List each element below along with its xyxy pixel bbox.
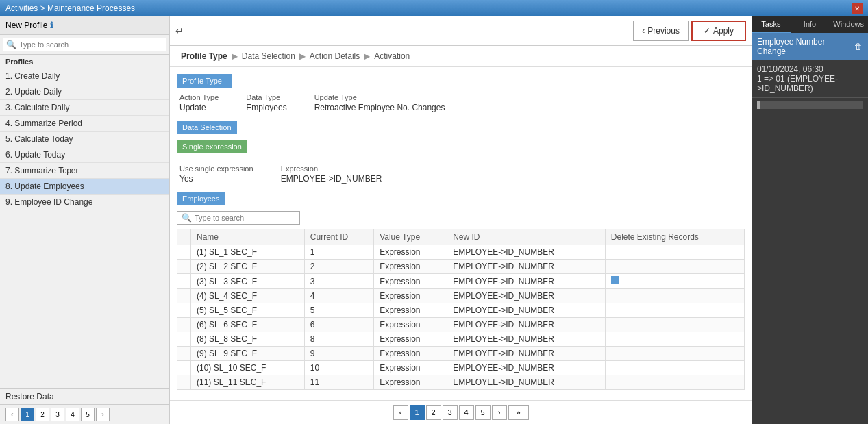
- row-new-id-4: EMPLOYEE->ID_NUMBER: [447, 303, 606, 318]
- blue-square-icon[interactable]: [611, 276, 619, 284]
- row-new-id-5: EMPLOYEE->ID_NUMBER: [447, 318, 606, 332]
- bottom-next-button[interactable]: ›: [492, 405, 507, 420]
- profile-item[interactable]: 2. Update Daily: [0, 84, 169, 100]
- page-button-3[interactable]: 3: [51, 408, 64, 421]
- toolbar: ↵ ‹ Previous ✓ Apply: [170, 16, 752, 46]
- profile-item[interactable]: 8. Update Employees: [0, 179, 169, 195]
- row-new-id-6: EMPLOYEE->ID_NUMBER: [447, 332, 606, 347]
- left-panel: New Profile ℹ 🔍 Profiles 1. Create Daily…: [0, 16, 170, 424]
- delete-existing-col-header: Delete Existing Records: [605, 229, 744, 245]
- row-name-0: (1) SL_1 SEC_F: [191, 245, 305, 260]
- profile-item[interactable]: 7. Summarize Tcper: [0, 163, 169, 179]
- bottom-page-button-3[interactable]: 3: [443, 405, 458, 420]
- row-name-2: (3) SL_3 SEC_F: [191, 274, 305, 289]
- table-search-area: 🔍: [177, 211, 745, 225]
- table-search-input[interactable]: [195, 214, 295, 222]
- table-row[interactable]: (10) SL_10 SEC_F10ExpressionEMPLOYEE->ID…: [177, 361, 745, 375]
- previous-button[interactable]: ‹ Previous: [633, 21, 689, 41]
- table-row[interactable]: (9) SL_9 SEC_F9ExpressionEMPLOYEE->ID_NU…: [177, 347, 745, 361]
- profile-item[interactable]: 6. Update Today: [0, 147, 169, 163]
- row-current-id-3: 4: [304, 289, 373, 303]
- table-row[interactable]: (8) SL_8 SEC_F8ExpressionEMPLOYEE->ID_NU…: [177, 332, 745, 347]
- page-button-2[interactable]: 2: [36, 408, 49, 421]
- table-row[interactable]: (11) SL_11 SEC_F11ExpressionEMPLOYEE->ID…: [177, 375, 745, 390]
- profile-item[interactable]: 1. Create Daily: [0, 68, 169, 84]
- row-new-id-1: EMPLOYEE->ID_NUMBER: [447, 260, 606, 274]
- bottom-page-button-4[interactable]: 4: [459, 405, 474, 420]
- page-button-1[interactable]: 1: [21, 408, 34, 421]
- next-page-button[interactable]: ›: [96, 408, 110, 421]
- profiles-label: Profiles: [0, 55, 169, 68]
- wizard-step-3[interactable]: Activation: [374, 51, 410, 61]
- table-row[interactable]: (3) SL_3 SEC_F3ExpressionEMPLOYEE->ID_NU…: [177, 274, 745, 289]
- table-row[interactable]: (6) SL_6 SEC_F6ExpressionEMPLOYEE->ID_NU…: [177, 318, 745, 332]
- update-type-value: Retroactive Employee No. Changes: [314, 103, 445, 112]
- bottom-page-button-2[interactable]: 2: [426, 405, 441, 420]
- row-new-id-3: EMPLOYEE->ID_NUMBER: [447, 289, 606, 303]
- search-input[interactable]: [19, 40, 163, 49]
- row-delete-6: [605, 332, 744, 347]
- bottom-last-button[interactable]: »: [508, 405, 529, 420]
- table-row[interactable]: (5) SL_5 SEC_F5ExpressionEMPLOYEE->ID_NU…: [177, 303, 745, 318]
- row-current-id-9: 11: [304, 375, 373, 390]
- row-name-5: (6) SL_6 SEC_F: [191, 318, 305, 332]
- row-value-type-2: Expression: [374, 274, 447, 289]
- expression-value: EMPLOYEE->ID_NUMBER: [281, 174, 382, 184]
- row-value-type-5: Expression: [374, 318, 447, 332]
- right-tab-info[interactable]: Info: [791, 16, 830, 33]
- right-tab-tasks[interactable]: Tasks: [752, 16, 791, 33]
- row-current-id-6: 8: [304, 332, 373, 347]
- right-tab-windows[interactable]: Windows: [829, 16, 868, 33]
- profile-item[interactable]: 4. Summarize Period: [0, 116, 169, 132]
- row-delete-9: [605, 375, 744, 390]
- row-delete-2: [605, 274, 744, 289]
- row-name-6: (8) SL_8 SEC_F: [191, 332, 305, 347]
- apply-button[interactable]: ✓ Apply: [691, 21, 746, 41]
- bottom-page-button-5[interactable]: 5: [475, 405, 491, 420]
- table-row[interactable]: (2) SL_2 SEC_F2ExpressionEMPLOYEE->ID_NU…: [177, 260, 745, 274]
- page-button-4[interactable]: 4: [66, 408, 79, 421]
- row-checkbox-0: [177, 245, 191, 260]
- row-value-type-1: Expression: [374, 260, 447, 274]
- table-row[interactable]: (1) SL_1 SEC_F1ExpressionEMPLOYEE->ID_NU…: [177, 245, 745, 260]
- page-button-5[interactable]: 5: [81, 408, 95, 421]
- close-button[interactable]: ✕: [852, 3, 863, 14]
- wizard-steps: Profile Type▶Data Selection▶Action Detai…: [170, 46, 752, 67]
- data-selection-section: Data Selection Single expression Use sin…: [177, 121, 745, 184]
- row-value-type-7: Expression: [374, 347, 447, 361]
- row-delete-7: [605, 347, 744, 361]
- trash-icon[interactable]: 🗑: [854, 42, 863, 51]
- name-col-header: Name: [191, 229, 305, 245]
- row-name-8: (10) SL_10 SEC_F: [191, 361, 305, 375]
- current-id-col-header: Current ID: [304, 229, 373, 245]
- previous-label: Previous: [647, 26, 680, 36]
- bottom-prev-button[interactable]: ‹: [393, 405, 408, 420]
- bottom-pagination: ‹12345›»: [170, 400, 752, 424]
- row-value-type-9: Expression: [374, 375, 447, 390]
- row-checkbox-9: [177, 375, 191, 390]
- row-current-id-0: 1: [304, 245, 373, 260]
- step-arrow-1: ▶: [232, 51, 238, 61]
- wizard-step-2[interactable]: Action Details: [310, 51, 360, 61]
- data-type-value: Employees: [246, 103, 286, 112]
- row-delete-3: [605, 289, 744, 303]
- step-arrow-3: ▶: [364, 51, 370, 61]
- row-current-id-4: 5: [304, 303, 373, 318]
- profile-item[interactable]: 3. Calculate Daily: [0, 100, 169, 116]
- row-name-3: (4) SL_4 SEC_F: [191, 289, 305, 303]
- task-section: Employee Number Change 🗑: [752, 33, 868, 60]
- profile-item[interactable]: 9. Employee ID Change: [0, 195, 169, 210]
- wizard-step-1[interactable]: Data Selection: [242, 51, 295, 61]
- row-new-id-2: EMPLOYEE->ID_NUMBER: [447, 274, 606, 289]
- use-single-expr-value: Yes: [179, 174, 253, 184]
- profile-type-fields: Action Type Update Data Type Employees U…: [177, 93, 745, 112]
- row-current-id-2: 3: [304, 274, 373, 289]
- prev-page-button[interactable]: ‹: [5, 408, 19, 421]
- restore-data[interactable]: Restore Data: [0, 388, 169, 404]
- wizard-step-0[interactable]: Profile Type: [181, 51, 227, 61]
- nav-buttons: ‹ Previous ✓ Apply: [633, 21, 746, 41]
- progress-bar: [757, 101, 863, 109]
- table-row[interactable]: (4) SL_4 SEC_F4ExpressionEMPLOYEE->ID_NU…: [177, 289, 745, 303]
- bottom-page-button-1[interactable]: 1: [410, 405, 425, 420]
- profile-item[interactable]: 5. Calculate Today: [0, 132, 169, 147]
